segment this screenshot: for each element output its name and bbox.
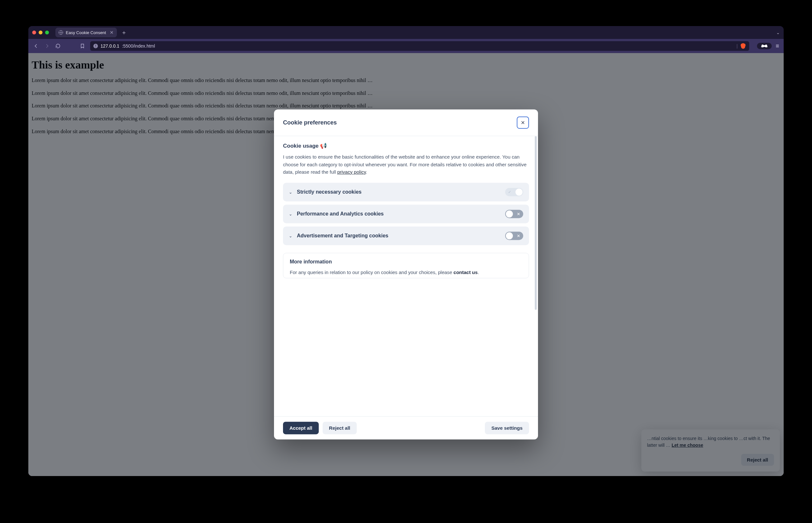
usage-heading: Cookie usage 📢 [283,143,529,149]
chevron-down-icon: ⌄ [289,234,292,238]
save-settings-button[interactable]: Save settings [485,422,529,434]
category-label: Advertisement and Targeting cookies [297,233,501,239]
toggle-knob [506,232,513,239]
window-close[interactable] [32,31,36,34]
contact-us-link[interactable]: contact us [454,270,478,275]
chevron-down-icon: ⌄ [289,190,292,195]
url-divider: | [737,43,738,49]
site-info-icon[interactable]: ! [93,44,98,48]
modal-body: Cookie usage 📢 I use cookies to ensure t… [274,137,538,416]
private-mode-icon[interactable] [757,43,772,49]
reload-button[interactable] [55,43,61,49]
window-maximize[interactable] [45,31,49,34]
window-minimize[interactable] [39,31,42,34]
more-information-section: More information For any queries in rela… [283,253,529,278]
navigation-bar: ! 127.0.0.1:5500/index.html | ≡ [28,39,783,53]
url-host: 127.0.0.1 [101,43,119,49]
chevron-down-icon: ⌄ [289,212,292,216]
page-viewport: This is example Lorem ipsum dolor sit am… [28,53,783,476]
bookmark-icon[interactable] [79,43,86,49]
check-icon: ✓ [508,190,511,194]
window-controls [32,31,49,34]
globe-icon [58,30,63,35]
usage-description: I use cookies to ensure the basic functi… [283,154,529,176]
tab-overflow-icon[interactable]: ⌄ [776,30,780,35]
address-bar[interactable]: ! 127.0.0.1:5500/index.html | [90,41,749,51]
x-icon: ✕ [517,234,520,238]
category-label: Strictly necessary cookies [297,189,501,195]
tab-strip: Easy Cookie Consent ✕ ＋ ⌄ [28,26,783,39]
new-tab-button[interactable]: ＋ [119,28,128,37]
menu-button[interactable]: ≡ [776,43,779,50]
modal-title: Cookie preferences [283,119,337,126]
cookie-category-necessary[interactable]: ⌄ Strictly necessary cookies ✓ [283,183,529,201]
modal-close-button[interactable] [517,117,529,129]
toggle-performance[interactable]: ✕ [505,210,523,218]
toggle-advertisement[interactable]: ✕ [505,232,523,240]
forward-button[interactable] [44,43,50,49]
more-info-heading: More information [290,259,522,265]
more-info-text: For any queries in relation to our polic… [290,269,522,276]
modal-footer: Accept all Reject all Save settings [274,416,538,439]
cookie-category-advertisement[interactable]: ⌄ Advertisement and Targeting cookies ✕ [283,227,529,245]
scrollbar-thumb[interactable] [535,137,537,310]
toggle-knob [516,188,522,196]
browser-tab[interactable]: Easy Cookie Consent ✕ [55,28,117,37]
category-label: Performance and Analytics cookies [297,211,501,217]
url-path: :5500/index.html [122,43,155,49]
browser-window: Easy Cookie Consent ✕ ＋ ⌄ ! 127.0.0.1:55… [28,26,783,476]
brave-shield-icon[interactable] [740,43,746,49]
tab-title: Easy Cookie Consent [66,30,106,35]
cookie-category-performance[interactable]: ⌄ Performance and Analytics cookies ✕ [283,204,529,223]
accept-all-button[interactable]: Accept all [283,422,319,434]
back-button[interactable] [33,43,39,49]
cookie-preferences-modal: Cookie preferences Cookie usage 📢 I use … [274,110,538,439]
toggle-knob [506,210,513,217]
reject-all-button[interactable]: Reject all [323,422,357,434]
tab-close-icon[interactable]: ✕ [110,30,114,35]
x-icon: ✕ [517,212,520,216]
toggle-necessary: ✓ [505,188,523,196]
modal-header: Cookie preferences [274,110,538,137]
privacy-policy-link[interactable]: privacy policy [337,169,366,175]
